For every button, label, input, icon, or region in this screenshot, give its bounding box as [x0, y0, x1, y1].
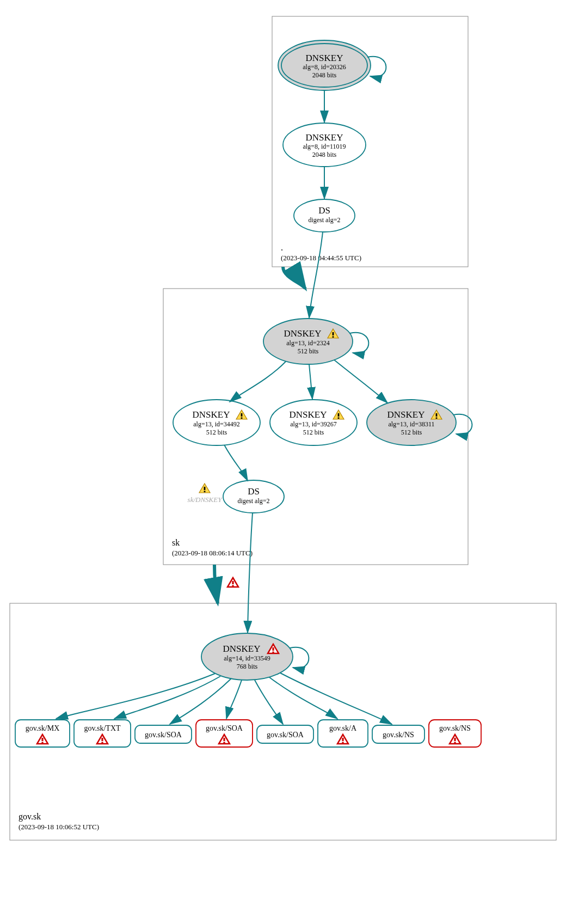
dnssec-diagram: . (2023-09-18 04:44:55 UTC) DNSKEY alg=8… — [0, 0, 566, 924]
svg-text:alg=13, id=39267: alg=13, id=39267 — [290, 420, 337, 428]
svg-point-32 — [223, 480, 284, 513]
node-gov-ksk[interactable]: DNSKEY alg=14, id=33549 768 bits — [201, 633, 293, 680]
svg-text:DNSKEY: DNSKEY — [284, 328, 322, 339]
node-sk-z3[interactable]: DNSKEY alg=13, id=38311 512 bits — [367, 400, 456, 445]
node-rr-soa1[interactable]: gov.sk/SOA — [135, 725, 192, 743]
svg-text:alg=8, id=20326: alg=8, id=20326 — [303, 63, 346, 71]
svg-text:DNSKEY: DNSKEY — [306, 53, 343, 63]
svg-point-13 — [294, 199, 355, 232]
svg-text:digest alg=2: digest alg=2 — [308, 216, 340, 224]
svg-text:512 bits: 512 bits — [298, 347, 319, 355]
sk-dnskey-placeholder: sk/DNSKEY — [188, 495, 223, 504]
svg-text:gov.sk/TXT: gov.sk/TXT — [84, 724, 121, 732]
svg-text:DS: DS — [318, 205, 330, 216]
svg-text:2048 bits: 2048 bits — [312, 151, 337, 158]
node-rr-soa3[interactable]: gov.sk/SOA — [257, 725, 313, 743]
svg-text:DNSKEY: DNSKEY — [290, 409, 327, 420]
node-sk-ksk[interactable]: DNSKEY alg=13, id=2324 512 bits — [263, 319, 353, 364]
edge-skksk-z3 — [334, 360, 387, 403]
node-rr-txt[interactable]: gov.sk/TXT — [74, 720, 131, 747]
svg-text:DNSKEY: DNSKEY — [306, 132, 343, 143]
edge-skksk-z2 — [309, 364, 312, 399]
zone-sk-time: (2023-09-18 08:06:14 UTC) — [172, 549, 253, 557]
zone-gov-time: (2023-09-18 10:06:52 UTC) — [19, 823, 99, 831]
svg-text:digest alg=2: digest alg=2 — [237, 497, 269, 505]
svg-text:DNSKEY: DNSKEY — [193, 409, 230, 420]
svg-text:gov.sk/NS: gov.sk/NS — [383, 731, 414, 739]
svg-text:512 bits: 512 bits — [401, 429, 422, 436]
svg-text:512 bits: 512 bits — [206, 429, 227, 436]
svg-text:gov.sk/MX: gov.sk/MX — [26, 724, 60, 732]
edge-gov-soa2 — [226, 680, 242, 719]
node-root-ds[interactable]: DS digest alg=2 — [294, 199, 355, 232]
warning-icon — [199, 484, 210, 493]
node-rr-a[interactable]: gov.sk/A — [318, 720, 368, 747]
node-rr-ns2[interactable]: gov.sk/NS — [429, 720, 481, 747]
svg-text:alg=8, id=11019: alg=8, id=11019 — [303, 143, 346, 150]
svg-text:alg=13, id=34492: alg=13, id=34492 — [193, 420, 240, 428]
svg-text:gov.sk/NS: gov.sk/NS — [439, 724, 471, 732]
svg-text:768 bits: 768 bits — [237, 663, 258, 670]
zone-sk-label: sk — [172, 538, 180, 547]
node-sk-z2[interactable]: DNSKEY alg=13, id=39267 512 bits — [270, 400, 357, 445]
zone-root-time: (2023-09-18 04:44:55 UTC) — [281, 254, 361, 262]
svg-text:gov.sk/SOA: gov.sk/SOA — [206, 724, 243, 732]
edge-gov-a — [269, 677, 337, 719]
edge-root-to-sk-thick — [283, 267, 305, 289]
node-root-zsk[interactable]: DNSKEY alg=8, id=11019 2048 bits — [283, 123, 366, 167]
svg-text:alg=14, id=33549: alg=14, id=33549 — [224, 654, 270, 662]
edge-gov-txt — [114, 676, 220, 719]
edge-gov-soa3 — [255, 680, 283, 724]
svg-text:alg=13, id=38311: alg=13, id=38311 — [388, 420, 434, 428]
edge-rootds-skksk — [309, 232, 323, 318]
svg-text:DS: DS — [248, 486, 260, 497]
node-rr-ns1[interactable]: gov.sk/NS — [372, 725, 424, 743]
svg-text:DNSKEY: DNSKEY — [223, 644, 261, 654]
edge-gov-soa1 — [170, 678, 231, 724]
svg-text:DNSKEY: DNSKEY — [387, 409, 425, 420]
svg-text:2048 bits: 2048 bits — [312, 71, 337, 79]
edge-z1-skds — [224, 445, 248, 481]
node-rr-mx[interactable]: gov.sk/MX — [15, 720, 70, 747]
edge-skksk-z1 — [230, 362, 286, 402]
svg-text:512 bits: 512 bits — [303, 429, 324, 436]
svg-text:gov.sk/SOA: gov.sk/SOA — [267, 731, 304, 739]
svg-text:gov.sk/SOA: gov.sk/SOA — [145, 731, 182, 739]
node-sk-z1[interactable]: DNSKEY alg=13, id=34492 512 bits — [173, 400, 260, 445]
svg-text:alg=13, id=2324: alg=13, id=2324 — [286, 339, 330, 347]
error-icon — [227, 578, 238, 587]
node-root-ksk[interactable]: DNSKEY alg=8, id=20326 2048 bits — [278, 40, 371, 90]
edge-sk-to-gov-thick — [214, 565, 218, 603]
zone-root-label: . — [281, 243, 283, 252]
edge-skds-govksk — [248, 513, 253, 633]
svg-text:gov.sk/A: gov.sk/A — [329, 724, 357, 732]
node-rr-soa2[interactable]: gov.sk/SOA — [196, 720, 253, 747]
node-sk-ds[interactable]: DS digest alg=2 — [223, 480, 284, 513]
edge-gov-ns1 — [280, 673, 392, 724]
zone-gov-label: gov.sk — [19, 812, 41, 822]
